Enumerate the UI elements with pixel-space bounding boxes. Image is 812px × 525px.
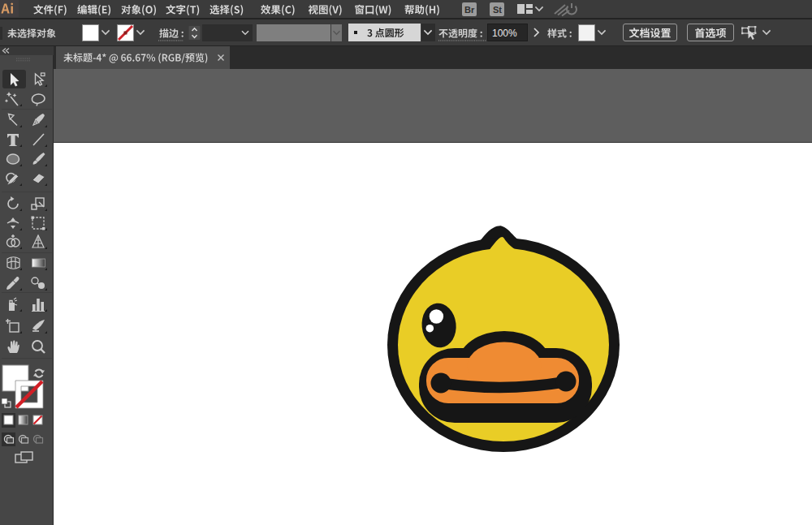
svg-text:100%: 100% — [492, 28, 517, 39]
svg-text:Br: Br — [464, 5, 475, 15]
svg-text:St: St — [493, 5, 502, 15]
